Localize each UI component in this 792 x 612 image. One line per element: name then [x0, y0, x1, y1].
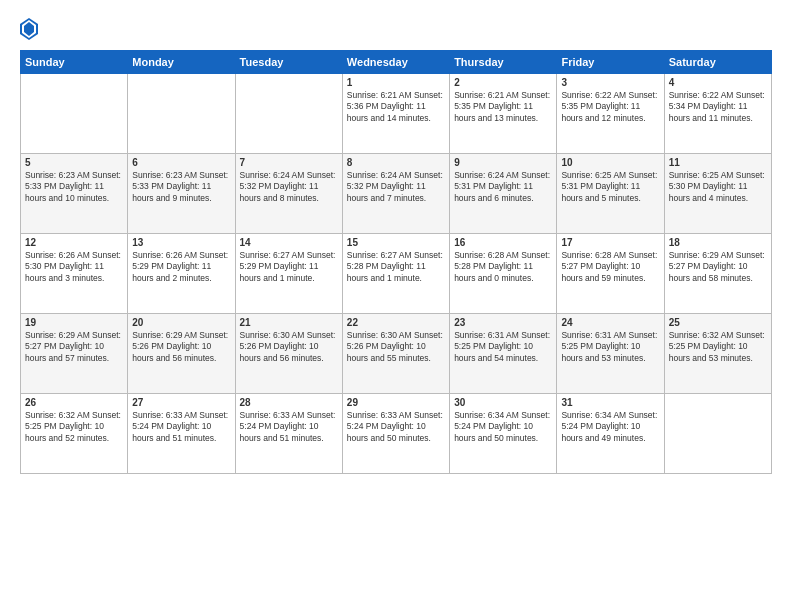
day-info: Sunrise: 6:32 AM Sunset: 5:25 PM Dayligh… — [669, 330, 767, 364]
day-cell: 14Sunrise: 6:27 AM Sunset: 5:29 PM Dayli… — [235, 234, 342, 314]
day-number: 1 — [347, 77, 445, 88]
day-number: 24 — [561, 317, 659, 328]
logo — [20, 18, 40, 40]
day-number: 20 — [132, 317, 230, 328]
day-cell: 16Sunrise: 6:28 AM Sunset: 5:28 PM Dayli… — [450, 234, 557, 314]
day-info: Sunrise: 6:26 AM Sunset: 5:29 PM Dayligh… — [132, 250, 230, 284]
day-info: Sunrise: 6:22 AM Sunset: 5:34 PM Dayligh… — [669, 90, 767, 124]
day-number: 28 — [240, 397, 338, 408]
day-cell: 9Sunrise: 6:24 AM Sunset: 5:31 PM Daylig… — [450, 154, 557, 234]
day-number: 15 — [347, 237, 445, 248]
day-info: Sunrise: 6:25 AM Sunset: 5:30 PM Dayligh… — [669, 170, 767, 204]
day-cell: 18Sunrise: 6:29 AM Sunset: 5:27 PM Dayli… — [664, 234, 771, 314]
weekday-header-thursday: Thursday — [450, 51, 557, 74]
day-number: 16 — [454, 237, 552, 248]
day-cell — [235, 74, 342, 154]
day-number: 6 — [132, 157, 230, 168]
day-number: 23 — [454, 317, 552, 328]
week-row-1: 1Sunrise: 6:21 AM Sunset: 5:36 PM Daylig… — [21, 74, 772, 154]
day-cell: 28Sunrise: 6:33 AM Sunset: 5:24 PM Dayli… — [235, 394, 342, 474]
day-info: Sunrise: 6:33 AM Sunset: 5:24 PM Dayligh… — [347, 410, 445, 444]
header — [20, 18, 772, 40]
day-cell: 15Sunrise: 6:27 AM Sunset: 5:28 PM Dayli… — [342, 234, 449, 314]
day-number: 5 — [25, 157, 123, 168]
day-number: 3 — [561, 77, 659, 88]
day-info: Sunrise: 6:28 AM Sunset: 5:27 PM Dayligh… — [561, 250, 659, 284]
day-info: Sunrise: 6:22 AM Sunset: 5:35 PM Dayligh… — [561, 90, 659, 124]
day-cell: 25Sunrise: 6:32 AM Sunset: 5:25 PM Dayli… — [664, 314, 771, 394]
day-cell: 6Sunrise: 6:23 AM Sunset: 5:33 PM Daylig… — [128, 154, 235, 234]
page: SundayMondayTuesdayWednesdayThursdayFrid… — [0, 0, 792, 612]
day-number: 11 — [669, 157, 767, 168]
day-info: Sunrise: 6:24 AM Sunset: 5:32 PM Dayligh… — [240, 170, 338, 204]
day-cell: 7Sunrise: 6:24 AM Sunset: 5:32 PM Daylig… — [235, 154, 342, 234]
logo-icon — [20, 18, 38, 40]
day-cell — [21, 74, 128, 154]
day-number: 8 — [347, 157, 445, 168]
day-cell: 22Sunrise: 6:30 AM Sunset: 5:26 PM Dayli… — [342, 314, 449, 394]
day-cell: 8Sunrise: 6:24 AM Sunset: 5:32 PM Daylig… — [342, 154, 449, 234]
day-number: 2 — [454, 77, 552, 88]
day-cell: 17Sunrise: 6:28 AM Sunset: 5:27 PM Dayli… — [557, 234, 664, 314]
day-info: Sunrise: 6:26 AM Sunset: 5:30 PM Dayligh… — [25, 250, 123, 284]
day-info: Sunrise: 6:28 AM Sunset: 5:28 PM Dayligh… — [454, 250, 552, 284]
day-info: Sunrise: 6:27 AM Sunset: 5:29 PM Dayligh… — [240, 250, 338, 284]
day-cell: 5Sunrise: 6:23 AM Sunset: 5:33 PM Daylig… — [21, 154, 128, 234]
day-info: Sunrise: 6:25 AM Sunset: 5:31 PM Dayligh… — [561, 170, 659, 204]
day-info: Sunrise: 6:24 AM Sunset: 5:31 PM Dayligh… — [454, 170, 552, 204]
day-number: 18 — [669, 237, 767, 248]
day-cell: 21Sunrise: 6:30 AM Sunset: 5:26 PM Dayli… — [235, 314, 342, 394]
day-cell: 19Sunrise: 6:29 AM Sunset: 5:27 PM Dayli… — [21, 314, 128, 394]
week-row-5: 26Sunrise: 6:32 AM Sunset: 5:25 PM Dayli… — [21, 394, 772, 474]
day-cell: 4Sunrise: 6:22 AM Sunset: 5:34 PM Daylig… — [664, 74, 771, 154]
day-number: 17 — [561, 237, 659, 248]
day-info: Sunrise: 6:34 AM Sunset: 5:24 PM Dayligh… — [454, 410, 552, 444]
day-info: Sunrise: 6:31 AM Sunset: 5:25 PM Dayligh… — [561, 330, 659, 364]
day-number: 31 — [561, 397, 659, 408]
day-number: 4 — [669, 77, 767, 88]
day-cell: 3Sunrise: 6:22 AM Sunset: 5:35 PM Daylig… — [557, 74, 664, 154]
day-number: 9 — [454, 157, 552, 168]
day-cell: 1Sunrise: 6:21 AM Sunset: 5:36 PM Daylig… — [342, 74, 449, 154]
day-number: 12 — [25, 237, 123, 248]
weekday-header-row: SundayMondayTuesdayWednesdayThursdayFrid… — [21, 51, 772, 74]
day-info: Sunrise: 6:29 AM Sunset: 5:27 PM Dayligh… — [669, 250, 767, 284]
day-cell: 13Sunrise: 6:26 AM Sunset: 5:29 PM Dayli… — [128, 234, 235, 314]
calendar-table: SundayMondayTuesdayWednesdayThursdayFrid… — [20, 50, 772, 474]
weekday-header-sunday: Sunday — [21, 51, 128, 74]
day-info: Sunrise: 6:29 AM Sunset: 5:26 PM Dayligh… — [132, 330, 230, 364]
day-info: Sunrise: 6:29 AM Sunset: 5:27 PM Dayligh… — [25, 330, 123, 364]
weekday-header-saturday: Saturday — [664, 51, 771, 74]
day-info: Sunrise: 6:21 AM Sunset: 5:35 PM Dayligh… — [454, 90, 552, 124]
day-info: Sunrise: 6:23 AM Sunset: 5:33 PM Dayligh… — [25, 170, 123, 204]
weekday-header-tuesday: Tuesday — [235, 51, 342, 74]
day-number: 30 — [454, 397, 552, 408]
day-info: Sunrise: 6:23 AM Sunset: 5:33 PM Dayligh… — [132, 170, 230, 204]
day-cell: 26Sunrise: 6:32 AM Sunset: 5:25 PM Dayli… — [21, 394, 128, 474]
weekday-header-monday: Monday — [128, 51, 235, 74]
day-info: Sunrise: 6:34 AM Sunset: 5:24 PM Dayligh… — [561, 410, 659, 444]
day-cell: 24Sunrise: 6:31 AM Sunset: 5:25 PM Dayli… — [557, 314, 664, 394]
day-cell: 12Sunrise: 6:26 AM Sunset: 5:30 PM Dayli… — [21, 234, 128, 314]
day-number: 21 — [240, 317, 338, 328]
day-info: Sunrise: 6:30 AM Sunset: 5:26 PM Dayligh… — [240, 330, 338, 364]
day-cell — [128, 74, 235, 154]
weekday-header-wednesday: Wednesday — [342, 51, 449, 74]
day-info: Sunrise: 6:30 AM Sunset: 5:26 PM Dayligh… — [347, 330, 445, 364]
day-number: 27 — [132, 397, 230, 408]
day-info: Sunrise: 6:24 AM Sunset: 5:32 PM Dayligh… — [347, 170, 445, 204]
day-number: 7 — [240, 157, 338, 168]
day-info: Sunrise: 6:31 AM Sunset: 5:25 PM Dayligh… — [454, 330, 552, 364]
day-cell — [664, 394, 771, 474]
weekday-header-friday: Friday — [557, 51, 664, 74]
day-number: 14 — [240, 237, 338, 248]
day-number: 29 — [347, 397, 445, 408]
day-cell: 20Sunrise: 6:29 AM Sunset: 5:26 PM Dayli… — [128, 314, 235, 394]
day-info: Sunrise: 6:32 AM Sunset: 5:25 PM Dayligh… — [25, 410, 123, 444]
day-info: Sunrise: 6:33 AM Sunset: 5:24 PM Dayligh… — [240, 410, 338, 444]
day-cell: 23Sunrise: 6:31 AM Sunset: 5:25 PM Dayli… — [450, 314, 557, 394]
day-cell: 27Sunrise: 6:33 AM Sunset: 5:24 PM Dayli… — [128, 394, 235, 474]
week-row-4: 19Sunrise: 6:29 AM Sunset: 5:27 PM Dayli… — [21, 314, 772, 394]
day-cell: 31Sunrise: 6:34 AM Sunset: 5:24 PM Dayli… — [557, 394, 664, 474]
day-number: 19 — [25, 317, 123, 328]
